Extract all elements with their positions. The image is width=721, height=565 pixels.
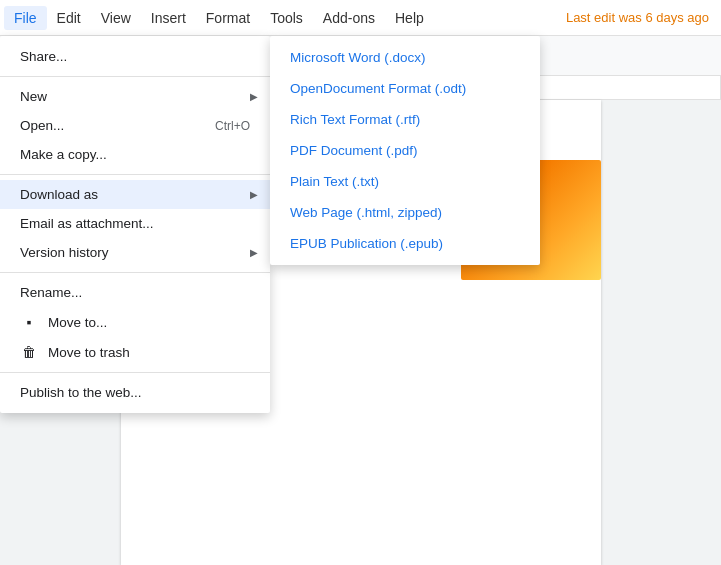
menubar: File Edit View Insert Format Tools Add-o… <box>0 0 721 36</box>
rtf-label: Rich Text Format (.rtf) <box>290 112 420 127</box>
menubar-item-format[interactable]: Format <box>196 6 260 30</box>
download-as-label: Download as <box>20 187 98 202</box>
submenu-item-txt[interactable]: Plain Text (.txt) <box>270 166 540 197</box>
menu-item-rename[interactable]: Rename... <box>0 278 270 307</box>
download-submenu: Microsoft Word (.docx) OpenDocument Form… <box>270 36 540 265</box>
menubar-item-insert[interactable]: Insert <box>141 6 196 30</box>
file-dropdown-menu: Share... New Open... Ctrl+O Make a copy.… <box>0 36 270 413</box>
open-shortcut: Ctrl+O <box>215 119 250 133</box>
divider-1 <box>0 76 270 77</box>
trash-icon: 🗑 <box>20 344 38 360</box>
menu-item-new[interactable]: New <box>0 82 270 111</box>
menu-item-move-to[interactable]: ▪ Move to... <box>0 307 270 337</box>
move-to-label: Move to... <box>48 315 107 330</box>
odt-label: OpenDocument Format (.odt) <box>290 81 466 96</box>
email-attachment-label: Email as attachment... <box>20 216 154 231</box>
open-label: Open... <box>20 118 64 133</box>
menu-item-make-copy[interactable]: Make a copy... <box>0 140 270 169</box>
epub-label: EPUB Publication (.epub) <box>290 236 443 251</box>
rename-label: Rename... <box>20 285 82 300</box>
submenu-item-epub[interactable]: EPUB Publication (.epub) <box>270 228 540 259</box>
move-trash-label: Move to trash <box>48 345 130 360</box>
txt-label: Plain Text (.txt) <box>290 174 379 189</box>
submenu-item-html[interactable]: Web Page (.html, zipped) <box>270 197 540 228</box>
menubar-item-view[interactable]: View <box>91 6 141 30</box>
share-label: Share... <box>20 49 67 64</box>
divider-2 <box>0 174 270 175</box>
menubar-item-edit[interactable]: Edit <box>47 6 91 30</box>
submenu-item-odt[interactable]: OpenDocument Format (.odt) <box>270 73 540 104</box>
menubar-item-help[interactable]: Help <box>385 6 434 30</box>
submenu-item-rtf[interactable]: Rich Text Format (.rtf) <box>270 104 540 135</box>
make-copy-label: Make a copy... <box>20 147 107 162</box>
menubar-item-tools[interactable]: Tools <box>260 6 313 30</box>
menu-item-download-as[interactable]: Download as <box>0 180 270 209</box>
html-label: Web Page (.html, zipped) <box>290 205 442 220</box>
publish-label: Publish to the web... <box>20 385 142 400</box>
menubar-item-addons[interactable]: Add-ons <box>313 6 385 30</box>
version-history-label: Version history <box>20 245 109 260</box>
menu-item-publish[interactable]: Publish to the web... <box>0 378 270 407</box>
menubar-item-file[interactable]: File <box>4 6 47 30</box>
word-label: Microsoft Word (.docx) <box>290 50 426 65</box>
pdf-label: PDF Document (.pdf) <box>290 143 418 158</box>
submenu-item-pdf[interactable]: PDF Document (.pdf) <box>270 135 540 166</box>
last-edit-label: Last edit was 6 days ago <box>566 10 717 25</box>
menu-item-version-history[interactable]: Version history <box>0 238 270 267</box>
folder-icon: ▪ <box>20 314 38 330</box>
menu-item-email-attachment[interactable]: Email as attachment... <box>0 209 270 238</box>
new-label: New <box>20 89 47 104</box>
divider-3 <box>0 272 270 273</box>
menu-item-open[interactable]: Open... Ctrl+O <box>0 111 270 140</box>
menu-item-move-trash[interactable]: 🗑 Move to trash <box>0 337 270 367</box>
submenu-item-word[interactable]: Microsoft Word (.docx) <box>270 42 540 73</box>
divider-4 <box>0 372 270 373</box>
menu-item-share[interactable]: Share... <box>0 42 270 71</box>
